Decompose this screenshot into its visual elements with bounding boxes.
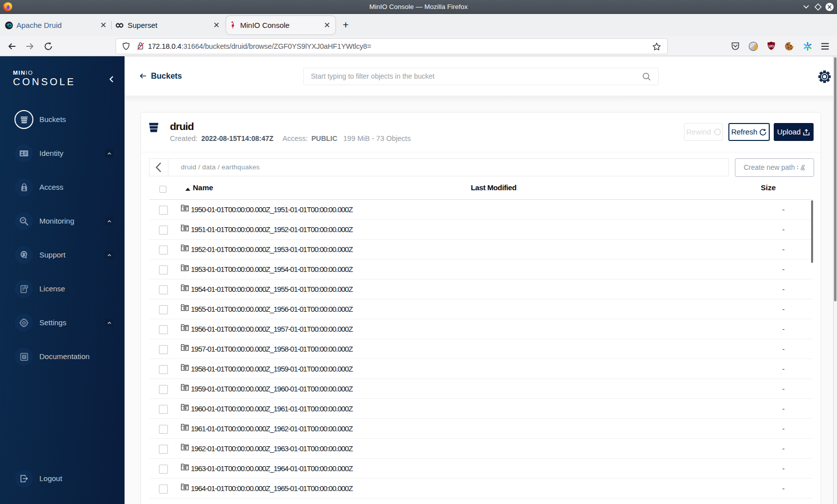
svg-text:UO: UO	[769, 44, 774, 48]
